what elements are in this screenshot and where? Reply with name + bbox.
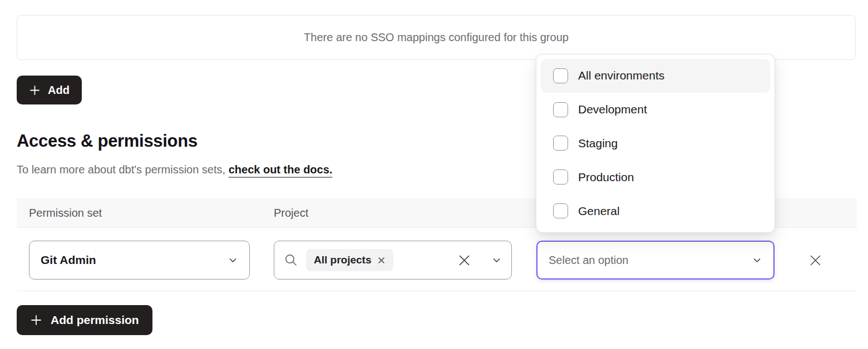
plus-icon <box>29 84 41 96</box>
add-permission-label: Add permission <box>51 313 139 327</box>
option-label: Development <box>578 103 647 116</box>
column-header-permission-set: Permission set <box>29 198 102 228</box>
search-icon <box>284 253 298 267</box>
environment-placeholder: Select an option <box>549 254 628 267</box>
permission-row: Git Admin All projects <box>17 228 857 291</box>
project-tag: All projects <box>306 249 393 271</box>
checkbox-unchecked[interactable] <box>553 136 568 151</box>
environment-dropdown-menu: All environments Development Staging Pro… <box>536 54 775 233</box>
add-sso-mapping-button[interactable]: Add <box>17 76 82 104</box>
environment-select[interactable]: Select an option <box>536 241 775 280</box>
chevron-down-icon <box>752 255 762 266</box>
dropdown-option-general[interactable]: General <box>541 194 770 228</box>
add-permission-button[interactable]: Add permission <box>17 305 152 335</box>
dropdown-option-production[interactable]: Production <box>541 160 770 194</box>
project-tag-label: All projects <box>314 254 371 266</box>
option-label: Production <box>578 171 634 184</box>
sso-empty-banner: There are no SSO mappings configured for… <box>17 15 856 60</box>
option-label: General <box>578 205 620 218</box>
docs-link[interactable]: check out the docs. <box>229 163 333 176</box>
permission-set-select[interactable]: Git Admin <box>29 241 250 280</box>
dropdown-option-staging[interactable]: Staging <box>541 127 770 161</box>
page-title: Access & permissions <box>17 131 198 151</box>
option-label: Staging <box>578 137 618 150</box>
project-select[interactable]: All projects <box>274 241 512 280</box>
plus-icon <box>30 314 42 326</box>
checkbox-unchecked[interactable] <box>553 102 568 117</box>
dropdown-option-all-environments[interactable]: All environments <box>541 59 770 93</box>
permission-set-value: Git Admin <box>41 253 96 267</box>
subtitle-text: To learn more about dbt's permission set… <box>17 163 229 176</box>
clear-icon[interactable] <box>457 253 471 267</box>
remove-permission-row-button[interactable] <box>807 252 823 268</box>
checkbox-unchecked[interactable] <box>553 68 568 83</box>
dropdown-option-development[interactable]: Development <box>541 93 770 127</box>
checkbox-unchecked[interactable] <box>553 169 568 185</box>
sso-empty-message: There are no SSO mappings configured for… <box>304 31 569 44</box>
section-subtitle: To learn more about dbt's permission set… <box>17 163 332 177</box>
chevron-down-icon[interactable] <box>491 255 502 266</box>
option-label: All environments <box>578 69 664 82</box>
checkbox-unchecked[interactable] <box>553 203 568 218</box>
column-header-project: Project <box>274 198 308 228</box>
chevron-down-icon <box>228 255 238 266</box>
close-icon <box>808 253 823 268</box>
remove-tag-icon[interactable] <box>377 256 386 265</box>
add-sso-mapping-label: Add <box>48 84 70 97</box>
